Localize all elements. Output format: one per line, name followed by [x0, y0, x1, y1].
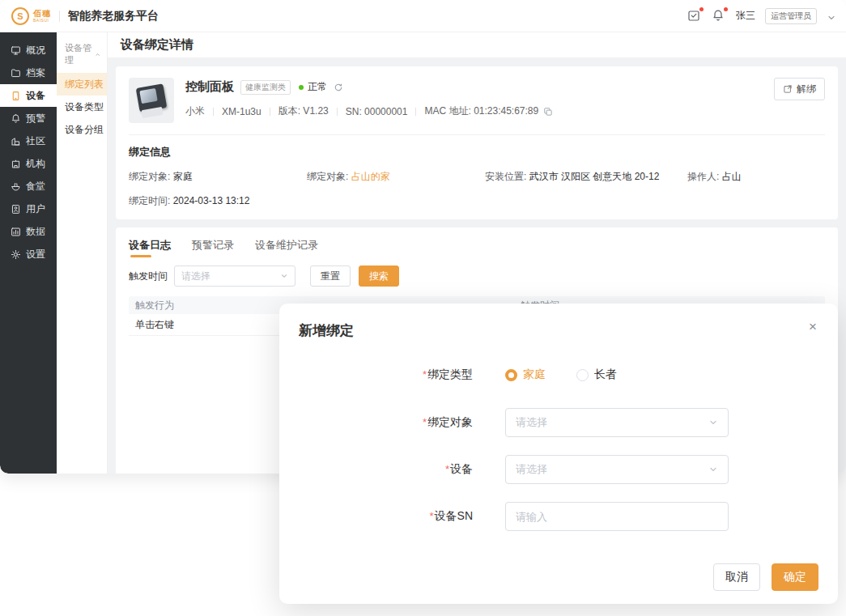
- radio-label: 家庭: [523, 367, 546, 382]
- binding-field: 绑定对象: 占山的家: [307, 170, 485, 184]
- required-mark: *: [423, 368, 427, 380]
- binding-type-label: *绑定类型: [299, 367, 473, 382]
- unbind-button[interactable]: 解绑: [774, 78, 825, 100]
- radio-elder[interactable]: 长者: [576, 367, 617, 382]
- submenu-group-device-management[interactable]: 设备管理: [57, 32, 107, 73]
- user-doc-icon: [11, 204, 21, 215]
- header-divider: [59, 11, 60, 22]
- search-button[interactable]: 搜索: [359, 266, 399, 287]
- binding-object-select[interactable]: 请选择: [505, 408, 729, 437]
- app-title: 智能养老服务平台: [68, 9, 159, 23]
- tab-alert-records[interactable]: 预警记录: [192, 234, 234, 256]
- notification-badge: [699, 7, 704, 11]
- sidebar-item-devices[interactable]: 设备: [0, 84, 57, 107]
- required-mark: *: [423, 416, 427, 428]
- tab-device-log[interactable]: 设备日志: [129, 234, 171, 256]
- sidebar-item-settings[interactable]: 设置: [0, 243, 57, 266]
- sidebar-item-institutions[interactable]: 机构: [0, 152, 57, 175]
- submenu-item-device-types[interactable]: 设备类型: [57, 96, 107, 118]
- device-name: 控制面板: [185, 79, 234, 95]
- device-select[interactable]: 请选择: [505, 455, 729, 484]
- chevron-down-icon[interactable]: [827, 11, 836, 21]
- sidebar-item-canteen[interactable]: 食堂: [0, 175, 57, 198]
- logo-subtitle: BAISUI: [33, 19, 51, 23]
- confirm-button[interactable]: 确定: [772, 563, 818, 591]
- copy-icon[interactable]: [543, 107, 553, 117]
- sidebar-item-archives[interactable]: 档案: [0, 62, 57, 84]
- bell-icon: [11, 113, 21, 124]
- top-header: S 佰穗 BAISUI 智能养老服务平台 张三 运营管理员: [0, 0, 846, 32]
- logo-icon: S: [11, 7, 29, 25]
- bell-icon[interactable]: [712, 9, 726, 23]
- submenu-item-binding-list[interactable]: 绑定列表: [57, 73, 107, 96]
- submenu: 设备管理 绑定列表 设备类型 设备分组: [57, 32, 108, 474]
- sidebar-item-label: 档案: [26, 66, 45, 80]
- tab-maintenance-records[interactable]: 设备维护记录: [255, 234, 318, 256]
- notification-badge: [724, 7, 728, 11]
- binding-time-value: 2024-03-13 13:12: [173, 195, 250, 206]
- trigger-time-select[interactable]: 请选择: [174, 266, 295, 287]
- gear-icon: [11, 249, 21, 260]
- unbind-icon: [783, 84, 793, 94]
- sidebar-item-community[interactable]: 社区: [0, 130, 57, 152]
- modal-title: 新增绑定: [299, 321, 818, 340]
- binding-object-link[interactable]: 占山的家: [351, 171, 390, 182]
- binding-type-radios: 家庭 长者: [505, 367, 729, 382]
- device-brand: 小米: [185, 104, 205, 118]
- buildings-icon: [11, 136, 21, 147]
- sidebar-item-data[interactable]: 数据: [0, 220, 57, 243]
- sidebar-item-label: 社区: [26, 134, 45, 148]
- chevron-down-icon: [280, 272, 288, 280]
- cancel-button[interactable]: 取消: [713, 563, 760, 591]
- page-title: 设备绑定详情: [108, 32, 846, 58]
- add-binding-modal: 新增绑定 × *绑定类型 家庭 长者: [279, 304, 838, 604]
- device-sn-input[interactable]: [505, 502, 729, 531]
- status-text: 正常: [308, 80, 327, 94]
- install-location-value: 武汉市 汉阳区 创意天地 20-12: [529, 171, 660, 182]
- todo-icon[interactable]: [687, 9, 702, 23]
- sidebar-item-alerts[interactable]: 预警: [0, 107, 57, 130]
- sidebar-item-label: 概况: [26, 44, 45, 57]
- radio-unselected-icon: [576, 369, 589, 381]
- operator-value: 占山: [722, 171, 742, 182]
- select-placeholder: 请选择: [516, 415, 708, 430]
- sidebar: 概况 档案 设备 预警 社区 机构: [0, 32, 57, 474]
- sidebar-item-label: 机构: [26, 157, 45, 171]
- chart-icon: [11, 227, 21, 237]
- filter-label: 触发时间: [129, 270, 168, 283]
- reset-button[interactable]: 重置: [310, 266, 351, 287]
- device-mac: MAC 地址: 01:23:45:67:89: [424, 104, 538, 118]
- device-card: 控制面板 健康监测类 正常: [116, 66, 838, 219]
- chevron-down-icon: [708, 465, 718, 474]
- institution-icon: [11, 159, 21, 169]
- binding-object-label: *绑定对象: [299, 415, 473, 430]
- select-placeholder: 请选择: [516, 462, 708, 477]
- device-model: XM-1u3u: [222, 106, 261, 117]
- sidebar-item-overview[interactable]: 概况: [0, 39, 57, 62]
- binding-field: 绑定对象: 家庭: [129, 170, 307, 184]
- dashboard-icon: [11, 45, 21, 56]
- required-mark: *: [445, 463, 449, 475]
- user-name[interactable]: 张三: [736, 9, 755, 23]
- logo-title: 佰穗: [33, 10, 51, 18]
- binding-field: 操作人: 占山: [687, 170, 825, 184]
- tabs: 设备日志 预警记录 设备维护记录: [129, 234, 825, 256]
- sidebar-item-label: 预警: [26, 112, 45, 125]
- status-dot: [299, 85, 304, 90]
- binding-field: 安装位置: 武汉市 汉阳区 创意天地 20-12: [485, 170, 687, 184]
- device-sn: SN: 00000001: [346, 106, 408, 117]
- device-category-tag: 健康监测类: [240, 80, 291, 95]
- radio-family[interactable]: 家庭: [505, 367, 546, 382]
- user-role-tag[interactable]: 运营管理员: [765, 8, 817, 24]
- submenu-item-device-groups[interactable]: 设备分组: [57, 118, 107, 141]
- required-mark: *: [429, 510, 433, 522]
- sidebar-item-users[interactable]: 用户: [0, 198, 57, 220]
- close-icon[interactable]: ×: [809, 320, 817, 333]
- radio-label: 长者: [594, 367, 617, 382]
- refresh-icon[interactable]: [334, 83, 343, 92]
- binding-type-value: 家庭: [173, 171, 193, 182]
- chevron-up-icon: [95, 51, 100, 58]
- binding-info-title: 绑定信息: [129, 145, 825, 159]
- sidebar-item-label: 食堂: [26, 180, 45, 193]
- radio-selected-icon: [505, 369, 517, 381]
